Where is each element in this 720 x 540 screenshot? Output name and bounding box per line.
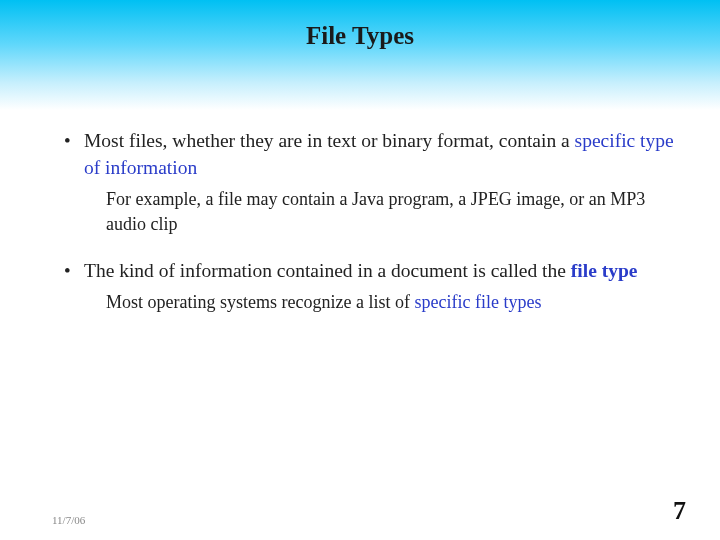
subtext-pre: Most operating systems recognize a list … xyxy=(106,292,414,312)
bullet-text-pre: Most files, whether they are in text or … xyxy=(84,130,575,151)
bullet-text-pre: The kind of information contained in a d… xyxy=(84,260,571,281)
bullet-subtext: For example, a file may contain a Java p… xyxy=(62,187,674,236)
slide-body: Most files, whether they are in text or … xyxy=(0,110,720,315)
bullet-subtext: Most operating systems recognize a list … xyxy=(62,290,674,314)
bullet-item: The kind of information contained in a d… xyxy=(62,258,674,285)
footer-page-number: 7 xyxy=(673,496,686,526)
slide-footer: 11/7/06 7 xyxy=(0,496,720,526)
header-band: File Types xyxy=(0,0,720,110)
bullet-item: Most files, whether they are in text or … xyxy=(62,128,674,181)
bullet-text-accent: file type xyxy=(571,260,638,281)
slide-title: File Types xyxy=(306,22,414,50)
subtext-accent: specific file types xyxy=(414,292,541,312)
footer-date: 11/7/06 xyxy=(52,514,85,526)
